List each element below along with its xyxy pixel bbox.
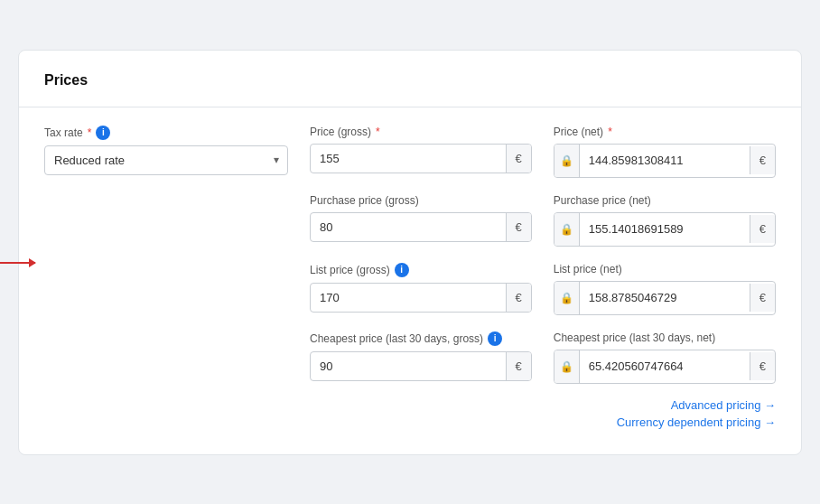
purchase-price-net-input[interactable]: [580, 215, 750, 243]
purchase-price-gross-label: Purchase price (gross): [310, 194, 532, 207]
cheapest-price-gross-input-wrapper: €: [310, 351, 532, 381]
price-net-input[interactable]: [580, 146, 750, 174]
cheapest-price-net-field: Cheapest price (last 30 days, net) 🔒 €: [554, 331, 776, 384]
price-net-input-wrapper: 🔒 €: [554, 144, 776, 178]
lock-icon: 🔒: [554, 350, 580, 383]
purchase-price-net-field: Purchase price (net) 🔒 €: [554, 194, 776, 247]
list-price-net-input[interactable]: [580, 284, 750, 312]
currency-dependent-pricing-link[interactable]: Currency dependent pricing →: [617, 415, 776, 429]
purchase-price-gross-currency: €: [506, 213, 531, 241]
price-net-currency: €: [750, 146, 775, 174]
list-price-net-label: List price (net): [554, 263, 776, 275]
purchase-price-gross-input[interactable]: [311, 213, 506, 241]
purchase-price-net-label: Purchase price (net): [554, 194, 776, 207]
list-price-gross-currency: €: [506, 284, 531, 312]
price-gross-currency: €: [506, 145, 531, 173]
price-gross-input[interactable]: [311, 145, 506, 173]
required-star: *: [608, 126, 612, 138]
cheapest-price-gross-field: Cheapest price (last 30 days, gross) i €: [310, 331, 532, 381]
required-star: *: [376, 126, 380, 138]
tax-rate-field: Tax rate * i Reduced rate Standard rate …: [44, 126, 288, 175]
lock-icon: 🔒: [554, 282, 580, 314]
purchase-price-gross-field: Purchase price (gross) €: [310, 194, 532, 242]
list-price-gross-input[interactable]: [311, 284, 506, 312]
price-gross-input-wrapper: €: [310, 144, 532, 173]
arrow-line: [0, 262, 35, 264]
required-star: *: [88, 126, 92, 139]
cheapest-price-net-input[interactable]: [580, 352, 750, 380]
advanced-pricing-link[interactable]: Advanced pricing →: [671, 398, 776, 412]
price-net-label: Price (net) *: [554, 126, 776, 138]
cheapest-price-net-label: Cheapest price (last 30 days, net): [554, 331, 776, 344]
list-price-gross-info-icon[interactable]: i: [395, 263, 409, 277]
list-price-net-currency: €: [750, 284, 775, 312]
tax-rate-info-icon[interactable]: i: [96, 126, 110, 140]
list-price-gross-field: List price (gross) i €: [310, 263, 532, 313]
list-price-net-input-wrapper: 🔒 €: [554, 281, 776, 315]
purchase-price-net-currency: €: [750, 215, 775, 243]
tax-rate-select-wrapper: Reduced rate Standard rate Zero rate ▾: [44, 145, 288, 175]
purchase-price-gross-input-wrapper: €: [310, 212, 532, 242]
section-divider: [19, 107, 801, 107]
tax-rate-select[interactable]: Reduced rate Standard rate Zero rate: [44, 145, 288, 175]
price-gross-field: Price (gross) * €: [310, 126, 532, 173]
tax-rate-label: Tax rate * i: [44, 126, 288, 140]
lock-icon: 🔒: [554, 213, 580, 246]
links-row: Advanced pricing → Currency dependent pr…: [44, 398, 776, 429]
price-gross-label: Price (gross) *: [310, 126, 532, 138]
price-net-field: Price (net) * 🔒 €: [554, 126, 776, 178]
list-price-gross-input-wrapper: €: [310, 283, 532, 313]
lock-icon: 🔒: [554, 145, 580, 177]
red-arrow: [0, 262, 35, 264]
cheapest-price-gross-currency: €: [506, 352, 531, 380]
list-price-gross-label: List price (gross) i: [310, 263, 532, 277]
cheapest-price-gross-input[interactable]: [311, 352, 506, 380]
cheapest-price-gross-info-icon[interactable]: i: [488, 331, 502, 346]
cheapest-price-gross-label: Cheapest price (last 30 days, gross) i: [310, 331, 532, 346]
cheapest-price-net-currency: €: [750, 352, 775, 380]
card-title: Prices: [44, 72, 776, 89]
list-price-net-field: List price (net) 🔒 €: [554, 263, 776, 315]
prices-card: Prices Tax rate * i Reduced rate Standar…: [18, 50, 802, 455]
purchase-price-net-input-wrapper: 🔒 €: [554, 212, 776, 247]
cheapest-price-net-input-wrapper: 🔒 €: [554, 350, 776, 384]
